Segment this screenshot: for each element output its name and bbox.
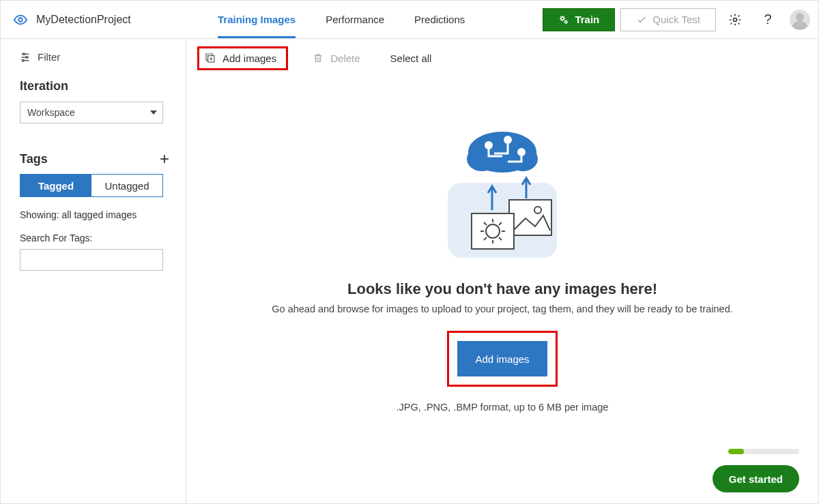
svg-point-17 [467,147,497,171]
help-button[interactable]: ? [754,6,781,33]
tag-filter-toggle: Tagged Untagged [20,174,163,197]
svg-rect-24 [472,213,514,249]
search-tags-label: Search For Tags: [20,233,169,243]
get-started-area: Get started [713,449,799,492]
iteration-heading: Iteration [20,79,169,93]
topbar-right: Train Quick Test ? [543,1,818,38]
settings-button[interactable] [721,6,749,33]
help-icon: ? [764,12,771,27]
svg-point-5 [23,53,25,55]
add-images-primary-button[interactable]: Add images [457,341,547,376]
untagged-filter-button[interactable]: Untagged [91,175,162,196]
tab-performance-label: Performance [326,14,384,25]
filter-toggle[interactable]: Filter [20,51,169,63]
topbar: MyDetectionProject Training Images Perfo… [1,1,818,39]
check-icon [636,14,647,25]
app-frame: MyDetectionProject Training Images Perfo… [0,0,819,504]
svg-point-7 [26,56,28,58]
filter-icon [20,52,31,63]
search-tags-input[interactable] [20,249,163,271]
project-name[interactable]: MyDetectionProject [36,14,131,26]
train-button-label: Train [575,14,599,25]
svg-point-3 [734,18,737,21]
onboarding-progress-bar [728,449,744,454]
tagged-filter-button[interactable]: Tagged [20,175,91,196]
quick-test-button: Quick Test [620,8,716,31]
body: Filter Iteration Workspace Tags + Tagged… [1,39,818,503]
select-all-button[interactable]: Select all [385,50,437,67]
brand-area: MyDetectionProject [1,1,203,38]
main-area: Add images Delete Select all [186,39,818,503]
empty-state-illustration [434,118,571,268]
tab-performance[interactable]: Performance [311,1,399,38]
delete-label: Delete [330,53,360,64]
filter-label: Filter [38,51,60,63]
empty-state-title: Looks like you don't have any images her… [347,280,657,298]
onboarding-progress [728,449,799,454]
add-images-button[interactable]: Add images [197,46,288,70]
svg-rect-22 [509,200,551,235]
tab-predictions-label: Predictions [414,14,465,25]
svg-point-1 [561,17,564,20]
avatar[interactable] [790,10,810,30]
iteration-select[interactable]: Workspace [20,102,163,123]
add-images-label: Add images [222,53,276,64]
showing-label: Showing: all tagged images [20,209,169,220]
tab-predictions[interactable]: Predictions [399,1,480,38]
svg-point-9 [22,59,24,61]
svg-point-0 [18,18,23,22]
empty-state: Looks like you don't have any images her… [186,118,818,413]
sidebar: Filter Iteration Workspace Tags + Tagged… [1,39,186,503]
svg-point-2 [565,20,567,23]
delete-button: Delete [307,50,365,67]
select-all-label: Select all [390,53,432,64]
add-tag-button[interactable]: + [160,151,169,167]
tab-training-images-label: Training Images [218,14,296,25]
iteration-selected-value: Workspace [27,107,75,118]
get-started-button[interactable]: Get started [713,465,799,492]
trash-icon [313,53,324,63]
supported-formats-label: .JPG, .PNG, .BMP format, up to 6 MB per … [397,402,609,413]
gears-icon [558,14,569,25]
tab-training-images[interactable]: Training Images [203,1,311,38]
add-images-icon [205,53,216,63]
quick-test-button-label: Quick Test [652,14,700,25]
top-nav: Training Images Performance Predictions [203,1,480,38]
tags-heading-row: Tags + [20,151,169,167]
train-button[interactable]: Train [543,8,615,31]
project-logo-icon [13,12,28,27]
add-images-primary-highlight: Add images [447,331,557,387]
tags-heading: Tags [20,152,48,166]
gear-icon [728,13,742,27]
image-toolbar: Add images Delete Select all [186,39,818,77]
empty-state-subtitle: Go ahead and browse for images to upload… [272,303,732,314]
